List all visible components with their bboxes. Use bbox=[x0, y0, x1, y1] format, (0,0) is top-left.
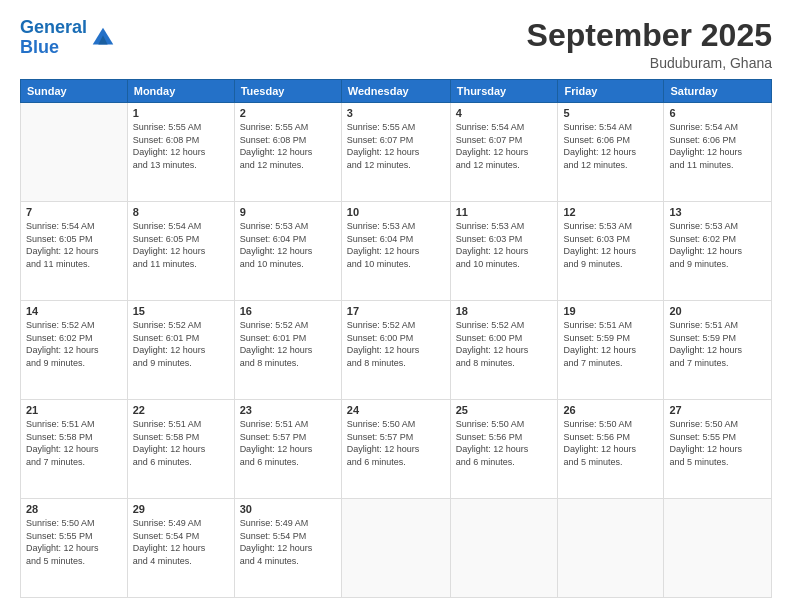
title-block: September 2025 Buduburam, Ghana bbox=[527, 18, 772, 71]
day-number: 15 bbox=[133, 305, 229, 317]
day-info: Sunrise: 5:54 AM Sunset: 6:07 PM Dayligh… bbox=[456, 121, 553, 171]
calendar-table: Sunday Monday Tuesday Wednesday Thursday… bbox=[20, 79, 772, 598]
day-number: 28 bbox=[26, 503, 122, 515]
day-cell: 10Sunrise: 5:53 AM Sunset: 6:04 PM Dayli… bbox=[341, 202, 450, 301]
day-number: 21 bbox=[26, 404, 122, 416]
day-info: Sunrise: 5:51 AM Sunset: 5:59 PM Dayligh… bbox=[669, 319, 766, 369]
day-cell: 16Sunrise: 5:52 AM Sunset: 6:01 PM Dayli… bbox=[234, 301, 341, 400]
day-cell: 25Sunrise: 5:50 AM Sunset: 5:56 PM Dayli… bbox=[450, 400, 558, 499]
day-info: Sunrise: 5:51 AM Sunset: 5:59 PM Dayligh… bbox=[563, 319, 658, 369]
day-info: Sunrise: 5:50 AM Sunset: 5:56 PM Dayligh… bbox=[563, 418, 658, 468]
day-cell: 19Sunrise: 5:51 AM Sunset: 5:59 PM Dayli… bbox=[558, 301, 664, 400]
col-sunday: Sunday bbox=[21, 80, 128, 103]
day-number: 13 bbox=[669, 206, 766, 218]
logo-text2: Blue bbox=[20, 37, 59, 57]
day-cell: 4Sunrise: 5:54 AM Sunset: 6:07 PM Daylig… bbox=[450, 103, 558, 202]
day-info: Sunrise: 5:53 AM Sunset: 6:03 PM Dayligh… bbox=[563, 220, 658, 270]
day-cell: 28Sunrise: 5:50 AM Sunset: 5:55 PM Dayli… bbox=[21, 499, 128, 598]
page: General Blue September 2025 Buduburam, G… bbox=[0, 0, 792, 612]
day-cell: 13Sunrise: 5:53 AM Sunset: 6:02 PM Dayli… bbox=[664, 202, 772, 301]
day-info: Sunrise: 5:53 AM Sunset: 6:03 PM Dayligh… bbox=[456, 220, 553, 270]
day-cell: 29Sunrise: 5:49 AM Sunset: 5:54 PM Dayli… bbox=[127, 499, 234, 598]
day-info: Sunrise: 5:52 AM Sunset: 6:00 PM Dayligh… bbox=[456, 319, 553, 369]
day-cell: 14Sunrise: 5:52 AM Sunset: 6:02 PM Dayli… bbox=[21, 301, 128, 400]
day-info: Sunrise: 5:49 AM Sunset: 5:54 PM Dayligh… bbox=[240, 517, 336, 567]
day-number: 2 bbox=[240, 107, 336, 119]
day-cell: 1Sunrise: 5:55 AM Sunset: 6:08 PM Daylig… bbox=[127, 103, 234, 202]
day-info: Sunrise: 5:52 AM Sunset: 6:02 PM Dayligh… bbox=[26, 319, 122, 369]
month-title: September 2025 bbox=[527, 18, 772, 53]
day-info: Sunrise: 5:51 AM Sunset: 5:57 PM Dayligh… bbox=[240, 418, 336, 468]
day-cell: 22Sunrise: 5:51 AM Sunset: 5:58 PM Dayli… bbox=[127, 400, 234, 499]
day-number: 22 bbox=[133, 404, 229, 416]
day-number: 23 bbox=[240, 404, 336, 416]
week-row-0: 1Sunrise: 5:55 AM Sunset: 6:08 PM Daylig… bbox=[21, 103, 772, 202]
day-cell bbox=[558, 499, 664, 598]
col-wednesday: Wednesday bbox=[341, 80, 450, 103]
day-number: 12 bbox=[563, 206, 658, 218]
day-cell: 12Sunrise: 5:53 AM Sunset: 6:03 PM Dayli… bbox=[558, 202, 664, 301]
day-info: Sunrise: 5:54 AM Sunset: 6:06 PM Dayligh… bbox=[669, 121, 766, 171]
day-number: 7 bbox=[26, 206, 122, 218]
day-number: 8 bbox=[133, 206, 229, 218]
day-info: Sunrise: 5:50 AM Sunset: 5:56 PM Dayligh… bbox=[456, 418, 553, 468]
day-info: Sunrise: 5:51 AM Sunset: 5:58 PM Dayligh… bbox=[26, 418, 122, 468]
day-number: 10 bbox=[347, 206, 445, 218]
day-cell: 7Sunrise: 5:54 AM Sunset: 6:05 PM Daylig… bbox=[21, 202, 128, 301]
day-info: Sunrise: 5:54 AM Sunset: 6:05 PM Dayligh… bbox=[133, 220, 229, 270]
day-info: Sunrise: 5:53 AM Sunset: 6:02 PM Dayligh… bbox=[669, 220, 766, 270]
day-info: Sunrise: 5:54 AM Sunset: 6:05 PM Dayligh… bbox=[26, 220, 122, 270]
col-tuesday: Tuesday bbox=[234, 80, 341, 103]
day-cell: 17Sunrise: 5:52 AM Sunset: 6:00 PM Dayli… bbox=[341, 301, 450, 400]
day-number: 3 bbox=[347, 107, 445, 119]
day-cell bbox=[664, 499, 772, 598]
col-friday: Friday bbox=[558, 80, 664, 103]
day-info: Sunrise: 5:52 AM Sunset: 6:01 PM Dayligh… bbox=[240, 319, 336, 369]
day-cell: 30Sunrise: 5:49 AM Sunset: 5:54 PM Dayli… bbox=[234, 499, 341, 598]
day-number: 14 bbox=[26, 305, 122, 317]
day-cell: 27Sunrise: 5:50 AM Sunset: 5:55 PM Dayli… bbox=[664, 400, 772, 499]
day-info: Sunrise: 5:50 AM Sunset: 5:55 PM Dayligh… bbox=[669, 418, 766, 468]
day-info: Sunrise: 5:53 AM Sunset: 6:04 PM Dayligh… bbox=[347, 220, 445, 270]
day-cell: 26Sunrise: 5:50 AM Sunset: 5:56 PM Dayli… bbox=[558, 400, 664, 499]
week-row-2: 14Sunrise: 5:52 AM Sunset: 6:02 PM Dayli… bbox=[21, 301, 772, 400]
week-row-3: 21Sunrise: 5:51 AM Sunset: 5:58 PM Dayli… bbox=[21, 400, 772, 499]
day-number: 16 bbox=[240, 305, 336, 317]
col-monday: Monday bbox=[127, 80, 234, 103]
day-number: 6 bbox=[669, 107, 766, 119]
day-info: Sunrise: 5:55 AM Sunset: 6:08 PM Dayligh… bbox=[240, 121, 336, 171]
day-number: 30 bbox=[240, 503, 336, 515]
col-thursday: Thursday bbox=[450, 80, 558, 103]
day-number: 19 bbox=[563, 305, 658, 317]
week-row-4: 28Sunrise: 5:50 AM Sunset: 5:55 PM Dayli… bbox=[21, 499, 772, 598]
day-cell bbox=[450, 499, 558, 598]
day-number: 4 bbox=[456, 107, 553, 119]
day-number: 24 bbox=[347, 404, 445, 416]
logo-text: General Blue bbox=[20, 18, 87, 58]
day-cell: 3Sunrise: 5:55 AM Sunset: 6:07 PM Daylig… bbox=[341, 103, 450, 202]
day-cell: 20Sunrise: 5:51 AM Sunset: 5:59 PM Dayli… bbox=[664, 301, 772, 400]
day-number: 29 bbox=[133, 503, 229, 515]
day-cell bbox=[341, 499, 450, 598]
logo-icon bbox=[89, 24, 117, 52]
logo-text1: General bbox=[20, 17, 87, 37]
week-row-1: 7Sunrise: 5:54 AM Sunset: 6:05 PM Daylig… bbox=[21, 202, 772, 301]
day-cell: 6Sunrise: 5:54 AM Sunset: 6:06 PM Daylig… bbox=[664, 103, 772, 202]
day-number: 18 bbox=[456, 305, 553, 317]
day-number: 27 bbox=[669, 404, 766, 416]
day-info: Sunrise: 5:51 AM Sunset: 5:58 PM Dayligh… bbox=[133, 418, 229, 468]
day-cell: 18Sunrise: 5:52 AM Sunset: 6:00 PM Dayli… bbox=[450, 301, 558, 400]
location: Buduburam, Ghana bbox=[527, 55, 772, 71]
day-cell: 5Sunrise: 5:54 AM Sunset: 6:06 PM Daylig… bbox=[558, 103, 664, 202]
day-info: Sunrise: 5:55 AM Sunset: 6:08 PM Dayligh… bbox=[133, 121, 229, 171]
day-number: 20 bbox=[669, 305, 766, 317]
col-saturday: Saturday bbox=[664, 80, 772, 103]
day-info: Sunrise: 5:49 AM Sunset: 5:54 PM Dayligh… bbox=[133, 517, 229, 567]
day-cell bbox=[21, 103, 128, 202]
header: General Blue September 2025 Buduburam, G… bbox=[20, 18, 772, 71]
day-cell: 9Sunrise: 5:53 AM Sunset: 6:04 PM Daylig… bbox=[234, 202, 341, 301]
day-info: Sunrise: 5:55 AM Sunset: 6:07 PM Dayligh… bbox=[347, 121, 445, 171]
day-cell: 24Sunrise: 5:50 AM Sunset: 5:57 PM Dayli… bbox=[341, 400, 450, 499]
day-cell: 2Sunrise: 5:55 AM Sunset: 6:08 PM Daylig… bbox=[234, 103, 341, 202]
day-info: Sunrise: 5:50 AM Sunset: 5:57 PM Dayligh… bbox=[347, 418, 445, 468]
